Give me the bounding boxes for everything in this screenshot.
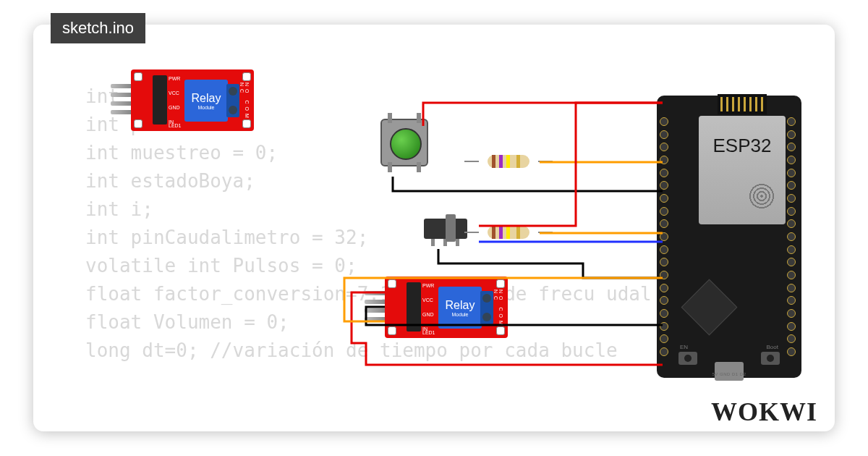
relay-pin-label: PWR bbox=[422, 281, 434, 290]
relay-pin-label: VCC bbox=[169, 88, 180, 98]
relay-pin-label: VCC bbox=[422, 295, 434, 305]
esp32-board[interactable]: ESP32 EN Boot 5V GND D1 D2 bbox=[657, 96, 801, 378]
resistor-2[interactable] bbox=[476, 226, 541, 239]
relay-pin-label: GND bbox=[169, 103, 180, 112]
relay-terminal-labels: NO COM NC bbox=[493, 290, 503, 338]
wokwi-logo: WOKWI bbox=[711, 397, 817, 427]
file-tab-label: sketch.ino bbox=[62, 19, 134, 37]
file-tab[interactable]: sketch.ino bbox=[51, 13, 145, 43]
esp32-boot-label: Boot bbox=[767, 344, 778, 350]
relay-pin-label: GND bbox=[422, 310, 434, 319]
esp32-chip-label: ESP32 bbox=[699, 116, 786, 224]
relay-led-label: LED1 bbox=[422, 330, 435, 335]
esp32-en-button[interactable] bbox=[678, 352, 697, 365]
usb-port-icon bbox=[715, 362, 744, 381]
preview-card: int pinBo int pinBo int muestreo = 0; in… bbox=[33, 25, 835, 431]
esp32-en-label: EN bbox=[680, 344, 688, 350]
relay-title: Relay bbox=[192, 92, 221, 105]
relay-module-top[interactable]: PWR VCC GND IN Relay Module NO COM NC LE… bbox=[131, 69, 254, 131]
esp32-bottom-pin-labels: 5V GND D1 D2 bbox=[674, 372, 784, 376]
esp32-boot-button[interactable] bbox=[761, 352, 780, 365]
relay-led-label: LED1 bbox=[169, 123, 182, 128]
espressif-logo-icon bbox=[748, 182, 775, 210]
circuit-diagram[interactable]: PWR VCC GND IN Relay Module NO COM NC LE… bbox=[33, 25, 835, 431]
relay-pin-label: PWR bbox=[169, 74, 180, 83]
relay-terminal-labels: NO COM NC bbox=[239, 83, 250, 131]
relay-title: Relay bbox=[446, 299, 475, 312]
slide-switch[interactable] bbox=[424, 219, 467, 239]
resistor-1[interactable] bbox=[476, 155, 541, 168]
relay-subtitle: Module bbox=[198, 105, 215, 110]
relay-module-bottom[interactable]: PWR VCC GND IN Relay Module NO COM NC LE… bbox=[385, 276, 508, 338]
push-button[interactable] bbox=[380, 119, 428, 166]
relay-subtitle: Module bbox=[452, 312, 469, 317]
